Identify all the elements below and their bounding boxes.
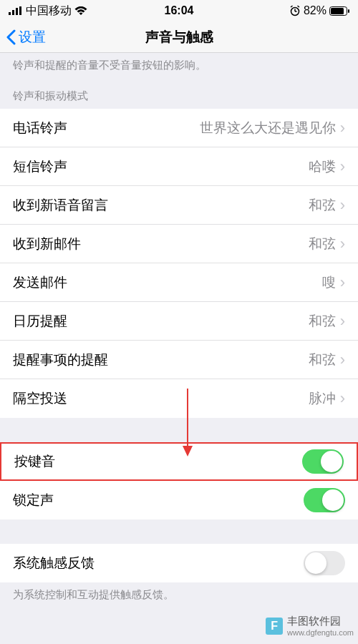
page-title: 声音与触感 xyxy=(145,28,213,47)
content-scroll[interactable]: 铃声和提醒的音量不受音量按钮的影响。 铃声和振动模式 电话铃声 世界这么大还是遇… xyxy=(0,53,358,644)
row-label: 按键音 xyxy=(14,452,302,471)
watermark-url: www.dgfengtu.com xyxy=(287,628,354,637)
row-label: 电话铃声 xyxy=(13,119,200,137)
row-sent-mail[interactable]: 发送邮件 嗖 › xyxy=(0,263,358,302)
svg-line-8 xyxy=(297,6,299,7)
watermark: F 丰图软件园 www.dgfengtu.com xyxy=(266,615,354,637)
svg-rect-3 xyxy=(19,6,21,15)
sound-list: 电话铃声 世界这么大还是遇见你 › 短信铃声 哈喽 › 收到新语音留言 和弦 ›… xyxy=(0,109,358,418)
svg-rect-0 xyxy=(9,12,11,15)
chevron-right-icon: › xyxy=(340,159,345,175)
row-label: 锁定声 xyxy=(13,491,304,509)
watermark-logo-icon: F xyxy=(266,618,283,635)
battery-percent: 82% xyxy=(304,4,326,17)
row-value: 和弦 xyxy=(309,312,336,331)
status-time: 16:04 xyxy=(165,4,194,17)
row-label: 系统触感反馈 xyxy=(13,554,304,572)
toggle-list: 按键音 锁定声 xyxy=(0,442,358,519)
row-calendar-alert[interactable]: 日历提醒 和弦 › xyxy=(0,302,358,341)
chevron-right-icon: › xyxy=(340,352,345,368)
back-label: 设置 xyxy=(19,28,46,47)
row-label: 收到新邮件 xyxy=(13,235,309,253)
row-keyboard-clicks: 按键音 xyxy=(0,442,358,481)
signal-icon xyxy=(9,6,23,15)
row-value: 和弦 xyxy=(309,351,336,369)
row-text-tone[interactable]: 短信铃声 哈喽 › xyxy=(0,147,358,186)
toggle-lock-sound[interactable] xyxy=(304,488,345,512)
row-system-haptics: 系统触感反馈 xyxy=(0,544,358,582)
toggle-keyboard-clicks[interactable] xyxy=(302,449,344,474)
row-label: 提醒事项的提醒 xyxy=(13,351,309,369)
back-button[interactable]: 设置 xyxy=(6,28,46,47)
row-new-mail[interactable]: 收到新邮件 和弦 › xyxy=(0,225,358,263)
chevron-right-icon: › xyxy=(340,236,345,252)
row-value: 嗖 xyxy=(322,273,336,292)
toggle-system-haptics[interactable] xyxy=(304,551,345,575)
row-lock-sound: 锁定声 xyxy=(0,481,358,519)
wifi-icon xyxy=(74,6,87,16)
chevron-right-icon: › xyxy=(340,197,345,213)
row-reminder-alert[interactable]: 提醒事项的提醒 和弦 › xyxy=(0,341,358,379)
chevron-right-icon: › xyxy=(340,120,345,136)
row-value: 哈喽 xyxy=(309,157,336,176)
row-label: 发送邮件 xyxy=(13,273,322,292)
haptics-list: 系统触感反馈 xyxy=(0,544,358,582)
row-value: 脉冲 xyxy=(309,389,336,408)
haptics-footer-text: 为系统控制和互动提供触感反馈。 xyxy=(0,582,358,609)
row-value: 和弦 xyxy=(309,235,336,253)
watermark-name: 丰图软件园 xyxy=(287,615,341,627)
svg-line-7 xyxy=(291,6,293,7)
chevron-right-icon: › xyxy=(340,313,345,329)
row-value: 世界这么大还是遇见你 xyxy=(200,119,336,137)
nav-bar: 设置 声音与触感 xyxy=(0,21,358,53)
row-label: 收到新语音留言 xyxy=(13,196,309,215)
row-ringtone[interactable]: 电话铃声 世界这么大还是遇见你 › xyxy=(0,109,358,147)
svg-rect-11 xyxy=(348,9,349,13)
carrier-label: 中国移动 xyxy=(26,4,72,19)
chevron-left-icon xyxy=(6,29,16,45)
svg-rect-1 xyxy=(12,10,14,15)
row-voicemail[interactable]: 收到新语音留言 和弦 › xyxy=(0,186,358,225)
row-airdrop[interactable]: 隔空投送 脉冲 › xyxy=(0,379,358,418)
chevron-right-icon: › xyxy=(340,275,345,291)
chevron-right-icon: › xyxy=(340,391,345,406)
row-label: 短信铃声 xyxy=(13,157,309,176)
svg-rect-2 xyxy=(16,8,18,15)
status-bar: 中国移动 16:04 82% xyxy=(0,0,358,21)
volume-footer-text: 铃声和提醒的音量不受音量按钮的影响。 xyxy=(0,53,358,79)
svg-rect-10 xyxy=(331,8,344,14)
alarm-icon xyxy=(289,5,301,16)
row-label: 日历提醒 xyxy=(13,312,309,331)
section-header-sounds: 铃声和振动模式 xyxy=(0,79,358,109)
row-label: 隔空投送 xyxy=(13,389,309,408)
row-value: 和弦 xyxy=(309,196,336,215)
battery-icon xyxy=(329,6,349,16)
